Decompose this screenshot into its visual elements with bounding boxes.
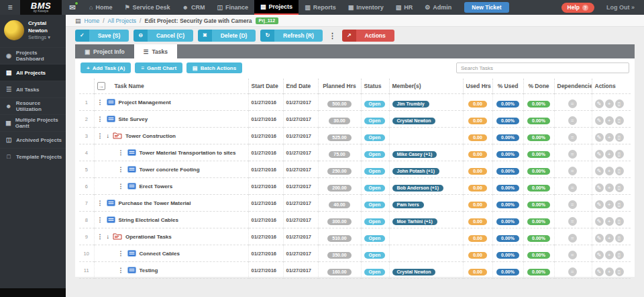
- menu-icon[interactable]: ≡: [0, 0, 20, 15]
- delete-task-icon[interactable]: ▯: [615, 99, 624, 108]
- sidebar-item-resource-utilization[interactable]: ☻Resource Utilization: [0, 97, 66, 114]
- nav-item-reports[interactable]: ▥Reports: [299, 0, 342, 15]
- drag-handle-icon[interactable]: ⋮: [118, 183, 124, 189]
- header-planned-hrs[interactable]: Planned Hrs: [318, 79, 361, 94]
- table-row[interactable]: 6⋮Erect Towers01/27/201601/27/2017200.00…: [79, 178, 631, 195]
- sidebar-item-projects-dashboard[interactable]: ◉Projects Dashboard: [0, 47, 66, 64]
- dependencies-icon[interactable]: =: [568, 133, 577, 142]
- refresh-button[interactable]: ↻Refresh (R): [260, 30, 323, 42]
- drag-handle-icon[interactable]: ⋮: [97, 132, 103, 139]
- edit-task-icon[interactable]: ✎: [595, 267, 604, 276]
- add-task-button[interactable]: +Add Task (A): [80, 62, 131, 73]
- drag-handle-icon[interactable]: ⋮: [118, 250, 124, 257]
- breadcrumb-home-link[interactable]: Home: [85, 17, 100, 24]
- add-subtask-icon[interactable]: +: [605, 217, 614, 226]
- nav-item-finance[interactable]: ◫Finance: [211, 0, 255, 15]
- drag-handle-icon[interactable]: ⋮: [118, 267, 124, 273]
- delete-task-icon[interactable]: ▯: [615, 133, 624, 142]
- gantt-chart-button[interactable]: ≡Gantt Chart: [135, 62, 182, 73]
- batch-actions-button[interactable]: ▤Batch Actions: [186, 62, 242, 73]
- nav-item-service-desk[interactable]: ⚑Service Desk: [118, 0, 176, 15]
- header-dependencies[interactable]: Dependencies: [554, 79, 592, 94]
- sidebar-item-all-tasks[interactable]: ☰All Tasks: [0, 81, 66, 97]
- task-icon[interactable]: [107, 214, 115, 226]
- tab-tasks[interactable]: ☰Tasks: [134, 44, 177, 58]
- breadcrumb-all-projects-link[interactable]: All Projects: [108, 17, 137, 24]
- task-icon[interactable]: [107, 197, 115, 209]
- member-badge[interactable]: Moe Tarhini (+1): [392, 218, 437, 225]
- task-icon[interactable]: [127, 264, 136, 276]
- edit-task-icon[interactable]: ✎: [595, 251, 604, 259]
- member-badge[interactable]: Pam Ivers: [392, 202, 424, 208]
- task-icon[interactable]: [127, 163, 136, 175]
- edit-task-icon[interactable]: ✎: [595, 234, 604, 243]
- drag-handle-icon[interactable]: ⋮: [97, 216, 103, 223]
- add-subtask-icon[interactable]: +: [605, 234, 614, 243]
- help-button[interactable]: Help ?: [561, 3, 594, 13]
- status-badge[interactable]: Open: [364, 185, 386, 192]
- cancel-button[interactable]: ⊖Cancel (C): [133, 30, 193, 42]
- tab-project-info[interactable]: ▣Project Info: [75, 44, 134, 58]
- delete-task-icon[interactable]: ▯: [615, 267, 624, 276]
- save-button[interactable]: ✓Save (S): [75, 30, 129, 42]
- delete-button[interactable]: ✖Delete (D): [198, 30, 256, 42]
- dependencies-icon[interactable]: =: [568, 116, 577, 125]
- table-row[interactable]: 1⋮Project Management01/27/201601/27/2017…: [79, 94, 631, 111]
- collapse-arrow-icon[interactable]: ↓: [107, 132, 110, 139]
- task-icon[interactable]: [127, 146, 136, 159]
- dependencies-icon[interactable]: =: [568, 267, 577, 276]
- add-subtask-icon[interactable]: +: [605, 116, 614, 125]
- table-row[interactable]: 2⋮Site Survey01/27/201601/27/201730.00Op…: [79, 111, 631, 128]
- nav-item-projects[interactable]: ▤Projects: [254, 0, 299, 15]
- collapse-arrow-icon[interactable]: ↓: [107, 233, 110, 240]
- nav-item-admin[interactable]: ⚙Admin: [419, 0, 458, 15]
- sidebar-item-archived-projects[interactable]: ◫Archived Projects: [0, 131, 66, 148]
- edit-task-icon[interactable]: ✎: [595, 167, 604, 175]
- nav-item-home[interactable]: ⌂Home: [83, 0, 118, 15]
- expand-all-icon[interactable]: →: [97, 82, 105, 90]
- header-status[interactable]: Status: [361, 79, 389, 94]
- add-subtask-icon[interactable]: +: [605, 251, 614, 259]
- header-start-date[interactable]: Start Date: [248, 79, 283, 94]
- sidebar-item-multiple-projects-gantt[interactable]: ▦Multiple Projects Gantt: [0, 114, 66, 131]
- member-badge[interactable]: Bob Anderson (+1): [392, 185, 444, 192]
- header-pct-used[interactable]: % Used: [492, 79, 523, 94]
- status-badge[interactable]: Open: [364, 101, 386, 108]
- member-badge[interactable]: Jim Trumbly: [392, 101, 429, 108]
- add-subtask-icon[interactable]: +: [605, 133, 614, 142]
- header-task-name[interactable]: →Task Name: [94, 79, 248, 94]
- header-pct-done[interactable]: % Done: [523, 79, 554, 94]
- table-row[interactable]: 8⋮String Electrical Cables01/27/201601/2…: [79, 212, 631, 228]
- sidebar-item-all-projects[interactable]: ▤All Projects: [0, 64, 66, 81]
- dependencies-icon[interactable]: =: [568, 251, 577, 259]
- status-badge[interactable]: Open: [364, 168, 386, 175]
- task-icon[interactable]: [127, 247, 136, 259]
- delete-task-icon[interactable]: ▯: [615, 200, 624, 209]
- delete-task-icon[interactable]: ▯: [615, 167, 624, 175]
- add-subtask-icon[interactable]: +: [605, 150, 614, 159]
- dependencies-icon[interactable]: =: [568, 200, 577, 209]
- table-row[interactable]: 10⋮Connect Cables01/27/201601/27/2017350…: [79, 245, 631, 262]
- add-subtask-icon[interactable]: +: [605, 167, 614, 175]
- status-badge[interactable]: Open: [364, 235, 386, 242]
- drag-handle-icon[interactable]: ⋮: [118, 166, 124, 173]
- dependencies-icon[interactable]: =: [568, 217, 577, 226]
- drag-handle-icon[interactable]: ⋮: [97, 116, 103, 122]
- table-row[interactable]: 5⋮Tower concrete Footing01/27/201601/27/…: [79, 161, 631, 178]
- table-row[interactable]: 11⋮Testing01/27/201601/27/2017160.00Open…: [79, 262, 631, 279]
- add-subtask-icon[interactable]: +: [605, 183, 614, 192]
- delete-task-icon[interactable]: ▯: [615, 217, 624, 226]
- dependencies-icon[interactable]: =: [568, 183, 577, 192]
- search-input[interactable]: [456, 62, 629, 73]
- member-badge[interactable]: Crystal Newton: [392, 118, 436, 124]
- task-icon[interactable]: [107, 96, 115, 108]
- nav-item-hr[interactable]: ▧HR: [390, 0, 419, 15]
- header-end-date[interactable]: End Date: [283, 79, 318, 94]
- add-subtask-icon[interactable]: +: [605, 99, 614, 108]
- table-row[interactable]: 9⋮↓Operational Tasks01/27/201601/27/2017…: [79, 228, 631, 245]
- edit-task-icon[interactable]: ✎: [595, 99, 604, 108]
- status-badge[interactable]: Open: [364, 269, 386, 275]
- delete-task-icon[interactable]: ▯: [615, 234, 624, 243]
- messages-icon[interactable]: ✉: [62, 0, 83, 15]
- edit-task-icon[interactable]: ✎: [595, 200, 604, 209]
